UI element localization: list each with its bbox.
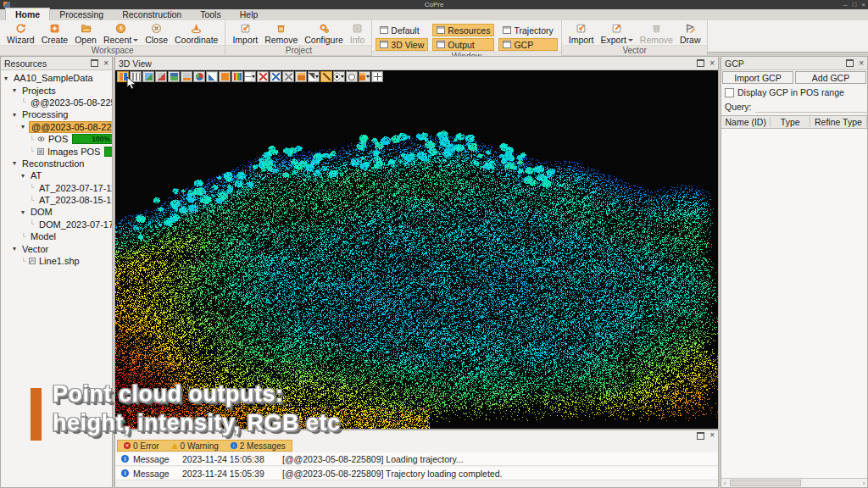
menu-tab-processing[interactable]: Processing [50, 8, 113, 20]
info-icon: i [121, 455, 129, 463]
tree-item-processing[interactable]: ▾Processing [1, 108, 112, 120]
measure-tool[interactable] [244, 71, 256, 82]
chevron-down-icon [252, 75, 255, 78]
tree-item-dom[interactable]: ▾DOM [1, 206, 112, 218]
expand-arrow-icon[interactable]: ▾ [13, 86, 20, 94]
add-gcp-button[interactable]: Add GCP [795, 71, 866, 84]
window-toggle-default[interactable]: Default [376, 24, 428, 36]
tree-item-model[interactable]: └Model [1, 230, 112, 242]
query-input[interactable] [755, 101, 868, 113]
grid-tool[interactable] [219, 71, 231, 82]
draw-measure-tool[interactable] [308, 71, 320, 82]
tree-item-dom-2023-07-17-1126[interactable]: └DOM_2023-07-17-1126 [1, 219, 112, 230]
gcp-column-name-id[interactable]: Name (ID) [721, 117, 771, 127]
point-cloud-viewport[interactable] [115, 84, 718, 429]
message-row[interactable]: iMessage2023-11-24 15:05:39[@@2023-05-08… [115, 467, 718, 480]
pos-render-tool[interactable] [168, 71, 180, 82]
expand-arrow-icon[interactable]: ▾ [4, 75, 12, 82]
tree-item-label: AT [29, 170, 43, 180]
clip-box-tool[interactable] [359, 71, 370, 82]
rgb-render-tool[interactable] [142, 71, 154, 82]
open-button[interactable]: Open [71, 22, 100, 45]
tree-item-at-2023-07-17-111924[interactable]: └AT_2023-07-17-111924 [1, 182, 112, 194]
tree-item-at-2023-08-15-161352[interactable]: └AT_2023-08-15-161352 [1, 194, 112, 206]
tree-item-projects[interactable]: ▾Projects [1, 84, 112, 96]
palette-tool[interactable] [231, 71, 243, 82]
display-gcp-checkbox[interactable] [725, 88, 734, 97]
close-button[interactable]: Close [142, 22, 171, 45]
window-toggle-gcp[interactable]: GCP [498, 38, 557, 51]
close-panel-icon[interactable]: × [103, 59, 108, 68]
message-row[interactable]: iMessage2023-11-24 15:05:38[@@2023-05-08… [115, 452, 718, 466]
tree-connector: └ [30, 197, 37, 204]
import-gcp-button[interactable]: Import GCP [722, 71, 793, 84]
tree-item-at[interactable]: ▾AT [1, 169, 112, 181]
gcp-column-type[interactable]: Type [771, 117, 810, 127]
create-button[interactable]: Create [38, 22, 72, 45]
expand-arrow-icon[interactable]: ▾ [21, 123, 29, 130]
gcp-horizontal-scrollbar[interactable]: ‹ › [721, 478, 867, 487]
tree-item-pos[interactable]: └POS100% [1, 133, 112, 145]
expand-arrow-icon[interactable]: ▾ [21, 208, 29, 216]
menu-tab-reconstruction[interactable]: Reconstruction [113, 8, 191, 20]
color-wheel-tool[interactable] [193, 71, 205, 82]
menu-tab-home[interactable]: Home [5, 8, 50, 20]
tree-item-images-pos[interactable]: └Images POS100 [1, 145, 112, 157]
menu-tab-help[interactable]: Help [231, 8, 268, 20]
close-panel-icon[interactable]: × [709, 59, 715, 68]
gcp-column-refine-type[interactable]: Refine Type [810, 117, 867, 127]
delete-selection-tool[interactable] [257, 71, 269, 82]
tree-item-reconstruction[interactable]: ▾Reconstruction [1, 158, 112, 169]
filter-0-error[interactable]: ✕0 Error [118, 441, 165, 451]
window-icon [437, 26, 445, 34]
volume-tool[interactable] [295, 71, 307, 82]
expand-arrow-icon[interactable]: ▾ [13, 245, 20, 252]
scroll-right-icon[interactable]: › [860, 480, 867, 487]
point-edit-tool[interactable] [206, 71, 218, 82]
close-panel-icon[interactable]: × [709, 431, 715, 440]
float-panel-icon[interactable] [697, 432, 704, 440]
window-toggle-output[interactable]: Output [432, 38, 494, 51]
tree-item-label: Model [29, 231, 58, 241]
tree-item-2023-05-08-225809[interactable]: ▾@@2023-05-08-225809 [1, 121, 112, 133]
minimize-button[interactable]: – [843, 0, 847, 9]
rotate-view-tool[interactable] [346, 71, 358, 82]
filter-2-messages[interactable]: i2 Messages [225, 441, 292, 451]
scrollbar-thumb[interactable] [730, 480, 801, 486]
expand-arrow-icon[interactable]: ▾ [13, 159, 20, 167]
tree-item-2023-05-08-225809[interactable]: └@@2023-05-08-225809 [1, 97, 112, 108]
wizard-button[interactable]: Wizard [3, 22, 38, 45]
project-import-button[interactable]: Import [229, 22, 261, 45]
tree-item-line1-shp[interactable]: └Line1.shp [1, 255, 112, 267]
window-toggle-trajectory[interactable]: Trajectory [498, 24, 557, 36]
coordinate-button[interactable]: Coordinate [171, 22, 221, 45]
polyline-select-tool[interactable] [320, 71, 332, 82]
close-window-button[interactable]: × [861, 0, 865, 9]
scroll-left-icon[interactable]: ‹ [721, 480, 728, 487]
expand-arrow-icon[interactable]: ▾ [13, 111, 20, 119]
classification-render-tool[interactable] [155, 71, 167, 82]
recent-button[interactable]: Recent [100, 22, 142, 45]
tree-item-aa10-sampledata[interactable]: ▾AA10_SampleData [1, 72, 112, 84]
tree-item-vector[interactable]: ▾Vector [1, 242, 112, 254]
crop-tool[interactable] [282, 71, 294, 82]
window-toggle-3d-view[interactable]: 3D View [376, 38, 428, 51]
float-panel-icon[interactable] [697, 59, 704, 67]
maximize-button[interactable]: □ [852, 0, 856, 9]
float-panel-icon[interactable] [91, 59, 98, 67]
vector-draw-button[interactable]: Draw [676, 22, 704, 45]
display-options-tool[interactable] [333, 71, 345, 82]
window-toggle-resources[interactable]: Resources [432, 24, 494, 36]
zoom-extents-tool[interactable] [270, 71, 281, 82]
project-remove-button[interactable]: Remove [261, 22, 301, 45]
close-panel-icon[interactable]: × [859, 59, 864, 68]
vector-import-button[interactable]: Import [565, 22, 598, 45]
menu-tab-tools[interactable]: Tools [191, 8, 231, 20]
pan-view-tool[interactable] [371, 71, 383, 82]
vector-export-button[interactable]: Export [598, 22, 637, 45]
filter-0-warning[interactable]: 0 Warning [165, 441, 225, 451]
histogram-tool[interactable] [181, 71, 192, 82]
expand-arrow-icon[interactable]: ▾ [21, 172, 29, 180]
float-panel-icon[interactable] [846, 59, 854, 67]
project-configure-button[interactable]: Configure [301, 22, 347, 45]
